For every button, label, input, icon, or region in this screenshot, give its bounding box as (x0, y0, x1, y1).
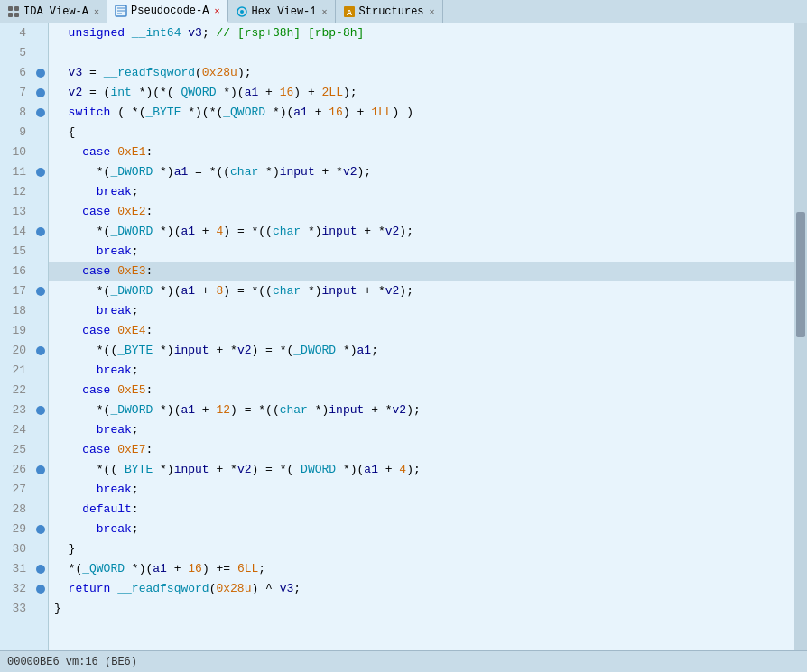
code-line: case 0xE3: (49, 262, 794, 281)
code-line: break; (49, 361, 794, 381)
svg-text:A: A (346, 8, 352, 17)
breakpoint-dot-row (32, 222, 48, 242)
line-number: 28 (5, 500, 26, 520)
breakpoint-dot[interactable] (36, 88, 45, 97)
line-number: 17 (5, 281, 26, 301)
breakpoint-dot[interactable] (36, 287, 45, 296)
breakpoint-dot-row (32, 440, 48, 460)
code-line: { (49, 123, 794, 143)
breakpoint-dot[interactable] (36, 406, 45, 415)
breakpoint-dot[interactable] (36, 108, 45, 117)
code-line: unsigned __int64 v3; // [rsp+38h] [rbp-8… (49, 23, 794, 43)
scrollbar-thumb[interactable] (796, 212, 805, 337)
code-area: 4567891011121314151617181920212223242526… (0, 23, 807, 650)
breakpoint-dot-row (32, 420, 48, 440)
breakpoint-dot[interactable] (36, 585, 45, 594)
line-number: 27 (5, 480, 26, 500)
code-line: *((_BYTE *)input + *v2) = *(_DWORD *)(a1… (49, 460, 794, 480)
breakpoint-dot[interactable] (36, 227, 45, 236)
line-number: 10 (5, 143, 26, 162)
tab-pseudocode-close[interactable]: ✕ (214, 5, 219, 16)
breakpoint-dot-row (32, 262, 48, 281)
breakpoint-dot[interactable] (36, 346, 45, 355)
line-number: 24 (5, 420, 26, 440)
tab-ida-view-label: IDA View-A (23, 5, 88, 18)
code-line: *(_DWORD *)a1 = *((char *)input + *v2); (49, 162, 794, 182)
tab-pseudocode-label: Pseudocode-A (131, 5, 209, 17)
code-line: break; (49, 301, 794, 321)
tab-structures-label: Structures (359, 5, 424, 18)
tab-hex-view-label: Hex View-1 (252, 5, 317, 18)
breakpoint-dot-row (32, 400, 48, 420)
code-line: case 0xE1: (49, 143, 794, 162)
code-line: case 0xE2: (49, 202, 794, 222)
line-number: 6 (5, 63, 26, 83)
tab-ida-view[interactable]: IDA View-A ✕ (0, 0, 107, 23)
code-line: break; (49, 420, 794, 440)
scrollbar[interactable] (794, 23, 807, 650)
code-line: v3 = __readfsqword(0x28u); (49, 63, 794, 83)
breakpoint-dot-row (32, 281, 48, 301)
breakpoint-dot-row (32, 500, 48, 520)
tab-structures-close[interactable]: ✕ (430, 6, 435, 17)
breakpoint-dot-row (32, 63, 48, 83)
breakpoint-dot-row (32, 460, 48, 480)
line-number: 29 (5, 520, 26, 539)
code-line: *((_BYTE *)input + *v2) = *(_DWORD *)a1; (49, 341, 794, 361)
breakpoint-dot[interactable] (36, 465, 45, 474)
line-number: 8 (5, 103, 26, 123)
line-number-column: 4567891011121314151617181920212223242526… (0, 23, 32, 650)
code-line: *(_QWORD *)(a1 + 16) += 6LL; (49, 559, 794, 579)
code-line: } (49, 599, 794, 619)
tab-hex-view[interactable]: Hex View-1 ✕ (228, 0, 336, 23)
tab-ida-view-close[interactable]: ✕ (94, 6, 99, 17)
breakpoint-dot-row (32, 123, 48, 143)
line-number: 13 (5, 202, 26, 222)
breakpoint-dot[interactable] (36, 69, 45, 78)
svg-point-9 (240, 10, 244, 14)
breakpoint-dot-row (32, 361, 48, 381)
code-line: break; (49, 480, 794, 500)
A-icon: A (343, 5, 356, 18)
line-number: 22 (5, 381, 26, 400)
breakpoint-dot-row (32, 202, 48, 222)
breakpoint-dot[interactable] (36, 168, 45, 177)
breakpoint-dot-row (32, 242, 48, 262)
code-line: case 0xE5: (49, 381, 794, 400)
code-line: switch ( *(_BYTE *)(*(_QWORD *)(a1 + 16)… (49, 103, 794, 123)
breakpoint-dot-row (32, 103, 48, 123)
code-line: *(_DWORD *)(a1 + 12) = *((char *)input +… (49, 400, 794, 420)
line-number: 4 (5, 23, 26, 43)
tab-hex-view-close[interactable]: ✕ (322, 6, 328, 17)
breakpoint-dot-row (32, 520, 48, 539)
grid-icon (7, 5, 20, 18)
circle-icon (236, 5, 248, 18)
line-number: 11 (5, 162, 26, 182)
breakpoint-dot-row (32, 321, 48, 341)
line-number: 19 (5, 321, 26, 341)
breakpoint-dot-row (32, 23, 48, 43)
line-number: 21 (5, 361, 26, 381)
tab-pseudocode[interactable]: Pseudocode-A ✕ (107, 0, 227, 23)
code-line: break; (49, 242, 794, 262)
code-line: default: (49, 500, 794, 520)
tab-structures[interactable]: A Structures ✕ (336, 0, 443, 23)
line-number: 14 (5, 222, 26, 242)
breakpoint-dot-row (32, 301, 48, 321)
breakpoint-dot-row (32, 579, 48, 599)
breakpoint-dot-row (32, 43, 48, 63)
breakpoint-dot[interactable] (36, 565, 45, 574)
status-bar: 00000BE6 vm:16 (BE6) (0, 650, 807, 672)
svg-rect-1 (14, 6, 19, 11)
breakpoint-dot-row (32, 143, 48, 162)
code-content[interactable]: unsigned __int64 v3; // [rsp+38h] [rbp-8… (49, 23, 794, 650)
line-number: 12 (5, 182, 26, 202)
code-line: case 0xE7: (49, 440, 794, 460)
code-line (49, 43, 794, 63)
svg-rect-2 (8, 13, 13, 17)
line-number: 26 (5, 460, 26, 480)
code-line: *(_DWORD *)(a1 + 4) = *((char *)input + … (49, 222, 794, 242)
breakpoint-dot[interactable] (36, 525, 45, 534)
line-number: 16 (5, 262, 26, 281)
line-number: 18 (5, 301, 26, 321)
